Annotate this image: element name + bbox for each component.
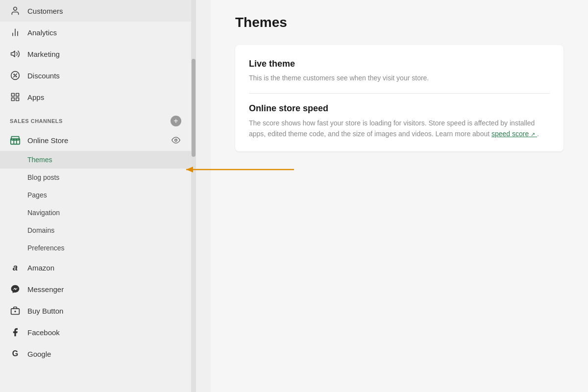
speed-score-link[interactable]: speed score ↗ xyxy=(491,130,537,138)
speed-description: The score shows how fast your store is l… xyxy=(249,118,550,140)
sales-channels-label: SALES CHANNELS xyxy=(10,118,63,124)
buy-button-label: Buy Button xyxy=(27,307,63,315)
amazon-icon: a xyxy=(10,262,21,273)
google-icon: G xyxy=(10,348,21,359)
live-theme-card: Live theme This is the theme customers s… xyxy=(235,45,564,151)
sidebar-subitem-pages[interactable]: Pages xyxy=(0,186,191,204)
facebook-label: Facebook xyxy=(27,328,60,337)
sidebar-item-label: Analytics xyxy=(27,28,57,37)
sidebar-item-online-store[interactable]: Online Store xyxy=(0,129,191,151)
sidebar-item-apps[interactable]: Apps xyxy=(0,86,191,108)
speed-title: Online store speed xyxy=(249,103,550,114)
sidebar: Customers Analytics Marketing xyxy=(0,0,211,392)
sidebar-item-amazon[interactable]: a Amazon xyxy=(0,257,191,278)
scrollbar-track[interactable] xyxy=(191,0,196,392)
sidebar-subitem-domains[interactable]: Domains xyxy=(0,221,191,239)
sidebar-item-marketing[interactable]: Marketing xyxy=(0,43,191,65)
sidebar-subitem-navigation[interactable]: Navigation xyxy=(0,204,191,221)
messenger-label: Messenger xyxy=(27,285,64,294)
sidebar-item-customers[interactable]: Customers xyxy=(0,0,191,22)
sidebar-item-label: Apps xyxy=(27,93,44,101)
pages-label: Pages xyxy=(27,191,47,199)
svg-rect-10 xyxy=(16,94,19,97)
sidebar-item-buy-button[interactable]: Buy Button xyxy=(0,300,191,321)
buy-button-icon xyxy=(10,305,21,316)
live-theme-description: This is the theme customers see when the… xyxy=(249,73,550,83)
svg-point-7 xyxy=(14,74,15,75)
svg-point-14 xyxy=(175,139,177,142)
svg-marker-4 xyxy=(11,51,15,57)
svg-rect-9 xyxy=(12,94,15,97)
card-divider xyxy=(249,93,550,94)
online-store-label: Online Store xyxy=(27,136,164,145)
sales-channels-header: SALES CHANNELS + xyxy=(0,108,191,129)
external-link-icon: ↗ xyxy=(531,131,535,137)
svg-point-8 xyxy=(16,76,17,77)
online-store-preview-button[interactable] xyxy=(171,135,181,146)
blog-posts-label: Blog posts xyxy=(27,173,59,181)
facebook-icon xyxy=(10,327,21,338)
main-content: Themes Live theme This is the theme cust… xyxy=(211,0,588,392)
svg-rect-11 xyxy=(12,98,15,101)
sidebar-item-label: Discounts xyxy=(27,72,60,80)
add-sales-channel-button[interactable]: + xyxy=(171,116,181,126)
navigation-label: Navigation xyxy=(27,209,60,217)
sidebar-subitem-preferences[interactable]: Preferences xyxy=(0,239,191,257)
google-label: Google xyxy=(27,350,51,358)
sidebar-subitem-themes[interactable]: Themes xyxy=(0,151,191,169)
amazon-label: Amazon xyxy=(27,264,54,272)
scrollbar-thumb[interactable] xyxy=(192,59,196,157)
sidebar-navigation: Customers Analytics Marketing xyxy=(0,0,191,392)
sidebar-item-google[interactable]: G Google xyxy=(0,343,191,365)
live-theme-title: Live theme xyxy=(249,59,550,69)
sidebar-item-discounts[interactable]: Discounts xyxy=(0,65,191,86)
messenger-icon xyxy=(10,284,21,294)
sidebar-subitem-blog-posts[interactable]: Blog posts xyxy=(0,169,191,186)
sidebar-item-messenger[interactable]: Messenger xyxy=(0,278,191,300)
svg-point-0 xyxy=(14,7,17,11)
marketing-icon xyxy=(10,49,21,59)
sidebar-item-label: Marketing xyxy=(27,50,60,58)
domains-label: Domains xyxy=(27,226,54,234)
online-store-icon xyxy=(10,135,21,146)
themes-label: Themes xyxy=(27,156,52,164)
sidebar-item-analytics[interactable]: Analytics xyxy=(0,22,191,43)
svg-rect-12 xyxy=(16,98,19,101)
preferences-label: Preferences xyxy=(27,244,64,252)
page-title: Themes xyxy=(235,15,564,30)
apps-icon xyxy=(10,92,21,102)
analytics-icon xyxy=(10,27,21,38)
svg-rect-13 xyxy=(11,139,20,144)
customers-icon xyxy=(10,5,21,16)
sidebar-item-facebook[interactable]: Facebook xyxy=(0,321,191,343)
discounts-icon xyxy=(10,70,21,81)
sidebar-item-label: Customers xyxy=(27,7,63,15)
